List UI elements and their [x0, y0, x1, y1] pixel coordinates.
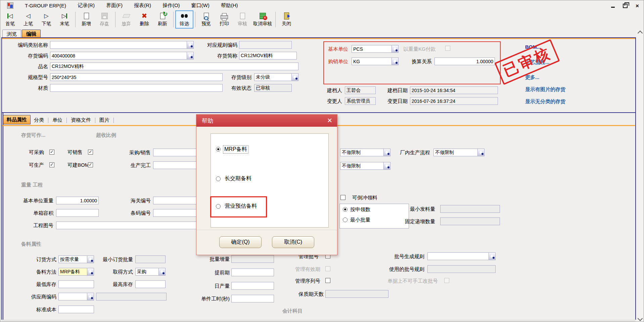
- next-record-button[interactable]: ▷ 下笔: [37, 10, 55, 29]
- close-icon[interactable]: ×: [636, 3, 639, 9]
- tab-qualification-files[interactable]: 资格文件: [67, 116, 94, 124]
- print-button[interactable]: 打印: [215, 10, 233, 29]
- scroll-up-icon[interactable]: [637, 31, 643, 36]
- tab-units[interactable]: 单位: [49, 116, 66, 124]
- purchasable-checkbox[interactable]: [49, 150, 54, 155]
- manage-serial-checkbox[interactable]: [325, 278, 330, 283]
- delete-button[interactable]: ✖ 删除: [135, 10, 153, 29]
- ok-button[interactable]: 确定(Q): [219, 236, 262, 248]
- restore-icon[interactable]: [623, 4, 628, 8]
- item-name-field[interactable]: CR12MOV精料: [50, 63, 298, 70]
- tab-label: 单位: [52, 117, 62, 123]
- supplier-code-field[interactable]: [58, 293, 94, 300]
- drawing-no-field[interactable]: [56, 222, 202, 229]
- level-field[interactable]: 未分级: [254, 73, 298, 81]
- level-lookup-button[interactable]: [291, 74, 298, 81]
- long-leadtime-radio[interactable]: [216, 176, 221, 181]
- filter-button[interactable]: 筛选: [175, 10, 193, 29]
- by-request-radio[interactable]: [343, 207, 348, 212]
- restrict-field-2[interactable]: 不做限制: [340, 162, 390, 170]
- item-code-lookup-button[interactable]: [187, 52, 193, 59]
- scroll-down-icon[interactable]: [637, 316, 643, 321]
- menu-app[interactable]: T-GROUP ERP(E): [25, 3, 66, 8]
- item-code-field[interactable]: 400400008: [50, 52, 194, 59]
- preview-button[interactable]: 预览: [197, 10, 215, 29]
- backflush-checkbox[interactable]: [340, 195, 346, 200]
- acquire-mode-lookup-button[interactable]: [158, 268, 165, 275]
- rule-code-field[interactable]: [239, 41, 292, 49]
- material-field[interactable]: [50, 84, 223, 92]
- vertical-scrollbar[interactable]: [636, 30, 644, 322]
- help-dialog-title: 帮助: [202, 117, 213, 125]
- acquire-mode-field[interactable]: 采购: [135, 268, 166, 276]
- item-short-field[interactable]: CR12MOV精料: [239, 52, 297, 59]
- tab-classification[interactable]: 分类: [31, 116, 47, 124]
- cancel-audit-button[interactable]: 取消审核: [251, 10, 274, 29]
- close-window-button[interactable]: 关闭: [277, 10, 295, 29]
- tab-browse[interactable]: 浏览: [2, 30, 21, 38]
- minimize-icon[interactable]: [611, 7, 615, 8]
- long-leadtime-option-label[interactable]: 长交期备料: [225, 175, 251, 182]
- trade-unit-field[interactable]: KG: [352, 57, 399, 65]
- std-cost-field[interactable]: [58, 306, 94, 313]
- supplier-lookup-button[interactable]: [87, 293, 94, 300]
- min-stock-field[interactable]: [58, 280, 94, 288]
- box-volume-field[interactable]: [56, 209, 99, 217]
- tab-item-attributes[interactable]: 料品属性: [3, 115, 31, 124]
- first-record-button[interactable]: ◁ 首笔: [1, 10, 19, 29]
- link-show-unclassified[interactable]: 显示无分类的存货: [525, 98, 565, 105]
- code-type-lookup-button[interactable]: [187, 41, 193, 48]
- tab-images[interactable]: 图片: [96, 116, 113, 124]
- base-unit-field[interactable]: PCS: [352, 45, 399, 53]
- spec-field[interactable]: 250*240*35: [50, 73, 223, 81]
- tab-edit[interactable]: 编辑: [22, 30, 41, 38]
- lot-rule-field[interactable]: [427, 252, 496, 260]
- dialog-close-icon[interactable]: ✕: [327, 117, 332, 124]
- mrp-prep-radio[interactable]: [216, 147, 221, 152]
- link-more[interactable]: 更多...: [525, 74, 540, 81]
- prep-method-field[interactable]: MRP备料: [58, 268, 94, 276]
- over-receipt-purchase-field[interactable]: [153, 149, 202, 156]
- menu-report[interactable]: 报表(R): [134, 2, 151, 9]
- prev-record-button[interactable]: ◁ 上笔: [19, 10, 37, 29]
- order-mode-field[interactable]: 按需求量: [58, 255, 94, 263]
- menu-operation[interactable]: 操作(O): [163, 2, 180, 9]
- restrict-2-lookup-button[interactable]: [383, 162, 390, 169]
- unit-weight-field[interactable]: 1.00000: [56, 197, 99, 204]
- producible-checkbox[interactable]: [49, 162, 54, 167]
- toolbar-label: 取消审核: [253, 21, 272, 27]
- max-stock-field[interactable]: [135, 280, 166, 288]
- cancel-button[interactable]: 取消(C): [272, 236, 314, 248]
- unit-hours-field[interactable]: [231, 295, 274, 303]
- factory-flow-lookup-button[interactable]: [477, 149, 484, 156]
- trade-unit-lookup-button[interactable]: [392, 58, 398, 65]
- menu-record[interactable]: 记录(R): [78, 2, 95, 9]
- prep-method-lookup-button[interactable]: [87, 268, 94, 275]
- menu-window[interactable]: 窗口(W): [191, 2, 210, 9]
- new-record-button[interactable]: 新增: [77, 10, 95, 29]
- code-type-field[interactable]: [50, 41, 194, 49]
- over-receipt-production-field[interactable]: [153, 161, 202, 169]
- barcode-field[interactable]: [153, 209, 202, 217]
- print-icon: [221, 11, 228, 20]
- factory-flow-field[interactable]: 不做限制: [433, 149, 485, 156]
- help-dialog-titlebar[interactable]: 帮助 ✕: [196, 115, 337, 127]
- sellable-checkbox[interactable]: [88, 150, 93, 155]
- base-unit-lookup-button[interactable]: [392, 45, 398, 52]
- conversion-field[interactable]: 1.00000: [434, 57, 495, 65]
- order-mode-lookup-button[interactable]: [87, 256, 94, 263]
- menu-help[interactable]: 帮助(H): [221, 2, 238, 9]
- bom-allowed-checkbox[interactable]: [88, 162, 93, 167]
- restrict-1-lookup-button[interactable]: [383, 149, 390, 156]
- lead-time-field[interactable]: [231, 269, 274, 276]
- customs-code-field[interactable]: [153, 197, 202, 204]
- mrp-prep-option-label[interactable]: MRP备料: [223, 146, 248, 153]
- link-show-with-image[interactable]: 显示有图片的存货: [525, 86, 565, 93]
- refresh-button[interactable]: ↻ 刷新: [153, 10, 172, 29]
- last-record-button[interactable]: ▷ 末笔: [55, 10, 74, 29]
- restrict-field-1[interactable]: 不做限制: [340, 149, 390, 156]
- lot-rule-lookup-button[interactable]: [489, 253, 495, 260]
- menu-interface[interactable]: 界面(F): [106, 2, 123, 9]
- daily-output-field[interactable]: [231, 282, 274, 290]
- min-batch-radio[interactable]: [343, 217, 348, 222]
